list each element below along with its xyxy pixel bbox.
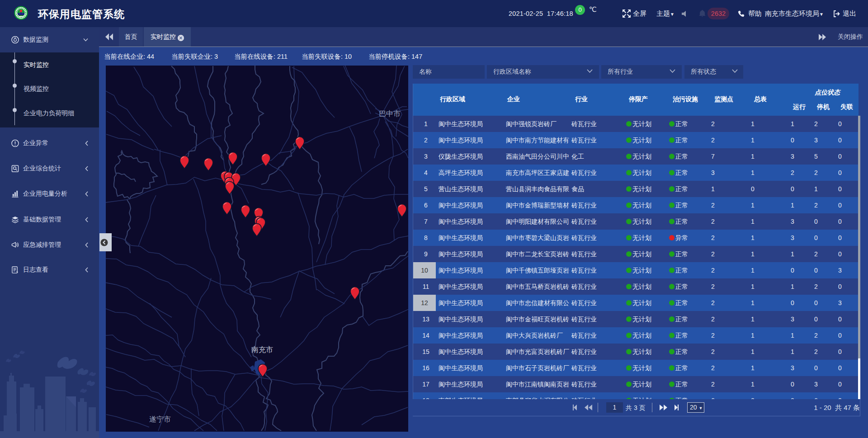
svg-text:遂宁市: 遂宁市	[149, 415, 171, 423]
svg-text:南充市: 南充市	[251, 346, 273, 353]
svg-text:巴中市: 巴中市	[379, 110, 401, 118]
